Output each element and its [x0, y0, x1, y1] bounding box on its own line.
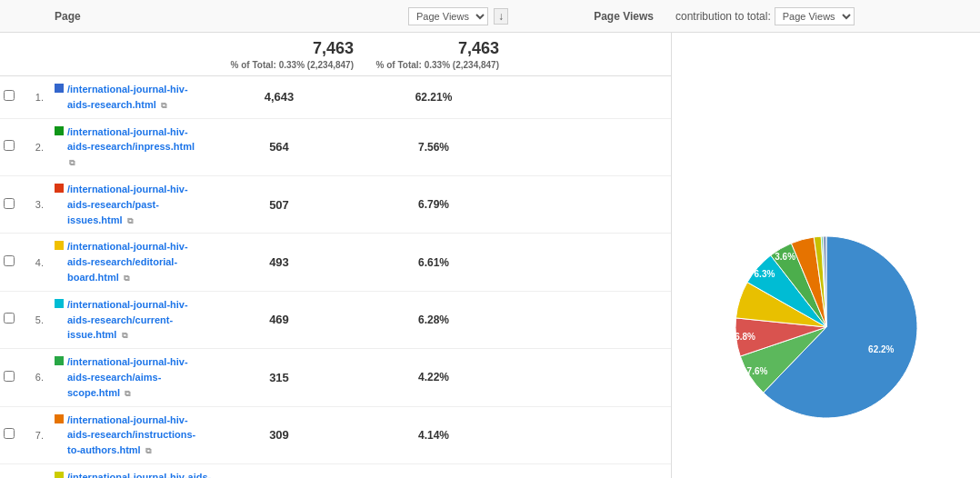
total-pv1-number: 7,463 — [313, 39, 354, 58]
row-checkbox-2[interactable] — [0, 140, 20, 154]
pie-label: 3.6% — [775, 252, 795, 262]
color-dot-7 — [55, 414, 64, 423]
page-column-header: Page — [47, 10, 359, 23]
table-row: 8. /international-journal-hiv-aids-resea… — [0, 464, 671, 478]
row-page-8: /international-journal-hiv-aids-research… — [47, 464, 230, 478]
row-page-3: /international-journal-hiv-aids-research… — [47, 176, 205, 233]
ext-link-icon-7: ⧉ — [145, 446, 151, 455]
color-dot-5 — [55, 299, 64, 308]
row-number-7: 7. — [20, 430, 47, 441]
color-dot-6 — [55, 356, 64, 365]
page-link2-2[interactable]: h/inpress.html — [126, 141, 195, 152]
color-dot-1 — [55, 84, 64, 93]
row-pct-2: 7.56% — [418, 141, 449, 154]
row-pv-6: 315 — [269, 371, 289, 384]
row-number-6: 6. — [20, 372, 47, 383]
total-pv2-sub: % of Total: 0.33% (2,234,847) — [376, 60, 499, 70]
pie-label: 6.3% — [754, 269, 775, 279]
row-pv-2: 564 — [269, 140, 289, 154]
table-row: 6. /international-journal-hiv-aids-resea… — [0, 349, 671, 406]
contribution-label: contribution to total: — [675, 10, 771, 23]
ext-link-icon-4: ⧉ — [124, 274, 129, 283]
table-row: 3. /international-journal-hiv-aids-resea… — [0, 176, 671, 234]
color-dot-3 — [55, 184, 64, 193]
contribution-header: contribution to total: Page Views — [668, 7, 980, 25]
table-row: 4. /international-journal-hiv-aids-resea… — [0, 234, 671, 291]
color-dot-4 — [55, 241, 64, 250]
checkbox-1[interactable] — [4, 90, 15, 101]
row-pct-7: 4.14% — [418, 429, 449, 442]
row-number-2: 2. — [20, 142, 47, 153]
checkbox-3[interactable] — [4, 198, 15, 209]
row-page-1: /international-journal-hiv-aids-research… — [47, 76, 205, 118]
row-page-2: /international-journal-hiv-aids-research… — [47, 119, 205, 175]
row-page-6: /international-journal-hiv-aids-research… — [47, 349, 205, 405]
row-pct-3: 6.79% — [418, 198, 449, 211]
ext-link-icon-2: ⧉ — [69, 158, 75, 167]
row-pv-1: 4,643 — [265, 90, 295, 104]
row-pct-4: 6.61% — [418, 256, 449, 269]
pie-chart-section: 62.2%7.6%6.8%6.3%3.6% — [671, 33, 980, 478]
checkbox-5[interactable] — [4, 313, 15, 324]
row-checkbox-3[interactable] — [0, 198, 20, 212]
row-checkbox-7[interactable] — [0, 428, 20, 442]
pie-label: 7.6% — [746, 366, 767, 376]
sort-arrow[interactable]: ↓ — [494, 8, 508, 25]
row-number-3: 3. — [20, 199, 47, 210]
row-page-7: /international-journal-hiv-aids-research… — [47, 407, 205, 463]
row-pv-4: 493 — [269, 255, 289, 269]
total-pv1-sub: % of Total: 0.33% (2,234,847) — [231, 60, 354, 70]
pie-chart: 62.2%7.6%6.8%6.3%3.6% — [726, 227, 926, 427]
row-page-4: /international-journal-hiv-aids-research… — [47, 234, 205, 290]
checkbox-4[interactable] — [4, 255, 15, 266]
page-link2-1[interactable]: h.html — [126, 99, 156, 110]
sort-select[interactable]: Page Views — [408, 7, 488, 25]
ext-link-icon-5: ⧉ — [122, 331, 127, 340]
total-pv2-number: 7,463 — [458, 39, 499, 58]
table-row: 1. /international-journal-hiv-aids-resea… — [0, 76, 671, 119]
row-number-1: 1. — [20, 92, 47, 103]
pie-label: 62.2% — [868, 344, 894, 354]
table-row: 7. /international-journal-hiv-aids-resea… — [0, 407, 671, 464]
ext-link-icon-6: ⧉ — [125, 389, 130, 398]
row-checkbox-6[interactable] — [0, 371, 20, 384]
row-checkbox-4[interactable] — [0, 255, 20, 269]
row-pv-5: 469 — [269, 313, 289, 326]
color-dot-2 — [55, 126, 64, 135]
row-pv-3: 507 — [269, 198, 289, 212]
checkbox-6[interactable] — [4, 371, 15, 382]
row-pct-6: 4.22% — [418, 371, 449, 383]
row-number-4: 4. — [20, 257, 47, 268]
page-link-8[interactable]: /international-journal-hiv-aids-researc — [67, 472, 211, 478]
row-pct-5: 6.28% — [418, 314, 449, 326]
row-checkbox-5[interactable] — [0, 313, 20, 326]
table-row: 5. /international-journal-hiv-aids-resea… — [0, 292, 671, 349]
table-row: 2. /international-journal-hiv-aids-resea… — [0, 119, 671, 176]
checkbox-7[interactable] — [4, 428, 15, 439]
pv2-column-header: Page Views — [523, 10, 668, 23]
color-dot-8 — [55, 472, 64, 478]
row-page-5: /international-journal-hiv-aids-research… — [47, 292, 205, 348]
checkbox-2[interactable] — [4, 140, 15, 151]
pie-label: 6.8% — [735, 332, 755, 342]
ext-link-icon-1: ⧉ — [161, 101, 166, 110]
row-pv-7: 309 — [269, 428, 289, 442]
row-checkbox-1[interactable] — [0, 90, 20, 104]
ext-link-icon-3: ⧉ — [127, 216, 133, 225]
row-number-5: 5. — [20, 314, 47, 325]
pv1-column-header[interactable]: Page Views ↓ — [359, 7, 523, 25]
row-pct-1: 62.21% — [415, 91, 453, 104]
contribution-select[interactable]: Page Views — [775, 7, 855, 25]
